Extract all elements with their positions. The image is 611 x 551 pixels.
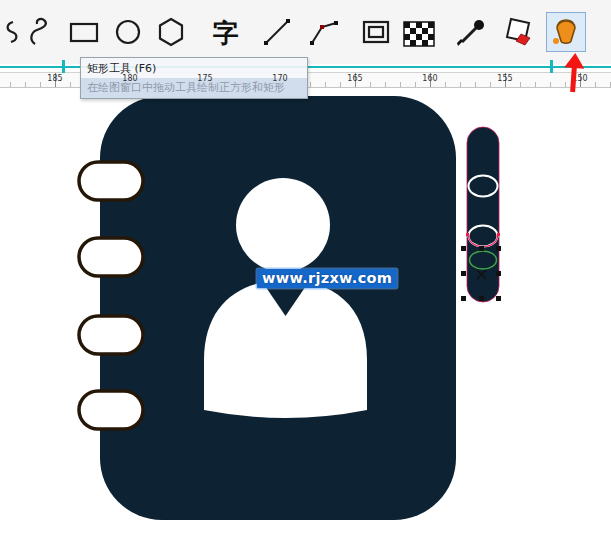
checkerboard-icon (401, 14, 437, 50)
person-head-shape[interactable] (236, 178, 330, 272)
node-mark (466, 233, 469, 236)
selection-handle[interactable] (479, 246, 484, 251)
s-curve-icon (24, 14, 60, 50)
tooltip-title: 矩形工具 (F6) (81, 58, 307, 78)
tool-partial[interactable] (0, 12, 20, 52)
canvas-artwork (0, 88, 611, 551)
binder-ring[interactable] (79, 316, 143, 354)
red-arrow-annotation (555, 49, 594, 95)
toolbar: 字 (0, 0, 611, 64)
drawing-canvas[interactable] (0, 88, 611, 551)
eyedropper-icon (454, 14, 490, 50)
binder-ring[interactable] (79, 391, 143, 429)
diagonal-line-icon (259, 14, 295, 50)
nested-squares-icon (358, 14, 394, 50)
text-glyph-icon: 字 (208, 14, 244, 50)
selection-handle[interactable] (496, 246, 501, 251)
app-window: 字 (0, 0, 611, 551)
selection-handle[interactable] (461, 246, 466, 251)
docker-tick-right (550, 60, 553, 73)
tool-line[interactable] (257, 12, 297, 52)
curve-fragment-icon (0, 14, 18, 50)
tool-graph-paper[interactable] (356, 12, 396, 52)
tool-polyline[interactable] (305, 12, 345, 52)
page-red-diamond-icon (502, 14, 538, 50)
polygon-icon (153, 14, 189, 50)
tool-ellipse[interactable] (108, 12, 148, 52)
tool-fill[interactable] (500, 12, 540, 52)
tooltip-rectangle-tool: 矩形工具 (F6) 在绘图窗口中拖动工具绘制正方形和矩形 (80, 57, 308, 99)
polyline-nodes-icon (307, 14, 343, 50)
tool-freehand[interactable] (22, 12, 62, 52)
tool-rectangle[interactable] (64, 12, 104, 52)
watermark: www.rjzxw.com (257, 269, 397, 288)
selection-handle[interactable] (479, 296, 484, 301)
binder-ring[interactable] (79, 162, 143, 200)
selection-handle[interactable] (496, 296, 501, 301)
tooltip-description: 在绘图窗口中拖动工具绘制正方形和矩形 (81, 78, 307, 98)
address-book-graphic[interactable] (79, 96, 456, 520)
tool-smart-fill[interactable] (546, 12, 586, 52)
svg-text:字: 字 (213, 18, 239, 48)
tool-eyedropper[interactable] (452, 12, 492, 52)
selection-handle[interactable] (496, 271, 501, 276)
tool-pattern[interactable] (399, 12, 439, 52)
tool-polygon[interactable] (151, 12, 191, 52)
tool-text[interactable]: 字 (206, 12, 246, 52)
binder-ring[interactable] (79, 238, 143, 276)
node-mark (497, 233, 500, 236)
docker-tick-left (62, 60, 65, 73)
rectangle-icon (66, 14, 102, 50)
ellipse-icon (110, 14, 146, 50)
selection-handle[interactable] (461, 271, 466, 276)
selected-object[interactable] (461, 127, 501, 302)
orange-bucket-icon (548, 14, 584, 50)
selection-handle[interactable] (461, 296, 466, 301)
